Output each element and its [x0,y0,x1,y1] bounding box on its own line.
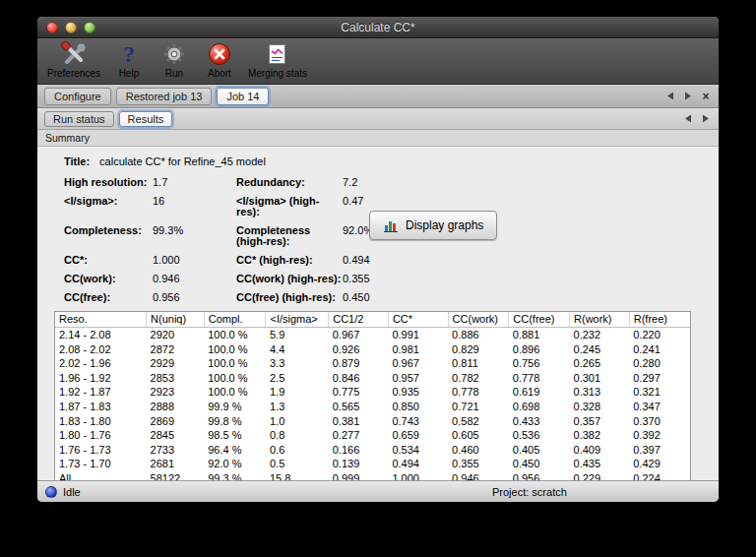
toolbar-item-label: Merging stats [248,68,307,80]
minimize-window-button[interactable] [65,22,77,33]
run-button[interactable]: Run [158,40,191,80]
summary-value: 99.3% [153,225,236,247]
table-cell: 0.8 [266,428,329,443]
table-cell: 0.775 [329,385,389,400]
table-row[interactable]: 2.14 - 2.082920100.0 %5.90.9670.9910.886… [55,328,690,342]
tab-restored-job-13[interactable]: Restored job 13 [116,88,213,105]
tab-configure[interactable]: Configure [44,88,111,105]
table-cell: 100.0 % [204,342,266,357]
help-button[interactable]: ? Help [112,40,146,80]
table-cell: 2845 [147,428,205,443]
tab-results[interactable]: Results [119,111,173,127]
table-cell: 0.433 [509,414,570,429]
table-cell: 0.946 [448,471,509,480]
preferences-button[interactable]: Preferences [47,40,100,80]
tab-job-14[interactable]: Job 14 [217,88,269,105]
status-text: Idle [63,486,81,498]
results-table-body: 2.14 - 2.082920100.0 %5.90.9670.9910.886… [55,328,690,481]
table-cell: 1.96 - 1.92 [55,371,147,386]
display-graphs-button[interactable]: Display graphs [369,211,497,240]
column-header[interactable]: R(work) [570,312,630,328]
toolbar: Preferences ? Help [37,38,719,85]
job-tab-bar: Configure Restored job 13 Job 14 × [37,85,719,108]
help-icon: ? [118,40,140,68]
close-window-button[interactable] [46,22,58,33]
table-cell: 2733 [147,443,205,458]
summary-label: High resolution: [64,177,153,188]
merging-stats-button[interactable]: Merging stats [248,40,307,80]
next-subtab-button[interactable] [700,113,712,125]
table-cell: 1.000 [388,471,448,480]
table-cell: 0.605 [448,428,509,443]
titlebar[interactable]: Calculate CC* [37,17,719,38]
table-row[interactable]: 1.83 - 1.80286999.8 %1.00.3810.7430.5820… [55,414,690,429]
table-cell: 0.241 [629,342,690,357]
column-header[interactable]: CC1/2 [329,312,389,328]
table-row[interactable]: 2.02 - 1.962929100.0 %3.30.8790.9670.811… [55,356,690,371]
column-header[interactable]: <I/sigma> [266,312,329,328]
summary-title-label: Title: [64,155,90,167]
project-label: Project: scratch [492,486,567,498]
status-bar: Idle Project: scratch [37,480,719,502]
next-tab-button[interactable] [682,91,694,102]
table-cell: 0.957 [388,371,448,386]
table-row[interactable]: All5812299.3 %15.80.9991.0000.9460.9560.… [55,471,690,480]
table-row[interactable]: 1.76 - 1.73273396.4 %0.60.1660.5340.4600… [55,443,690,458]
table-row[interactable]: 1.73 - 1.70268192.0 %0.50.1390.4940.3550… [55,457,690,471]
table-cell: 0.381 [329,414,389,429]
table-row[interactable]: 1.87 - 1.83288899.9 %1.30.5650.8500.7210… [55,400,690,414]
table-cell: 0.999 [329,471,389,480]
table-cell: 0.582 [448,414,509,429]
summary-value: 0.946 [153,274,236,284]
prev-tab-button[interactable] [664,91,676,102]
results-panel: Title:calculate CC* for Refine_45 model … [37,147,719,480]
column-header[interactable]: Reso. [55,312,147,328]
column-header[interactable]: CC(work) [448,312,509,328]
column-header[interactable]: CC(free) [509,312,570,328]
column-header[interactable]: CC* [388,312,448,328]
table-cell: 1.0 [266,414,329,429]
table-cell: 0.265 [570,356,630,371]
table-row[interactable]: 1.92 - 1.872923100.0 %1.90.7750.9350.778… [55,385,690,400]
summary-value: 1.000 [153,255,236,266]
table-cell: 0.743 [388,414,448,429]
table-cell: 2.14 - 2.08 [55,328,147,342]
zoom-window-button[interactable] [84,22,95,33]
prev-subtab-button[interactable] [682,113,694,125]
table-cell: 0.382 [570,428,630,443]
status-indicator-icon [45,486,57,498]
table-cell: 0.850 [388,400,448,414]
close-tab-button[interactable]: × [700,91,712,102]
table-cell: 5.9 [266,328,329,342]
abort-button[interactable]: Abort [203,40,236,80]
results-table[interactable]: Reso.N(uniq)Compl.<I/sigma>CC1/2CC*CC(wo… [54,311,691,480]
table-cell: 0.565 [329,400,389,414]
tab-run-status[interactable]: Run status [44,111,114,127]
table-cell: 2872 [147,342,205,357]
table-cell: 0.981 [388,342,448,357]
table-cell: 92.0 % [204,457,266,471]
table-cell: 0.991 [388,328,448,342]
summary-value: 1.7 [153,177,236,188]
column-header[interactable]: N(uniq) [147,312,205,328]
table-cell: 0.698 [509,400,570,414]
table-cell: 0.956 [509,471,570,480]
summary-label: <I/sigma> (high-res): [236,196,343,217]
column-header[interactable]: R(free) [629,312,690,328]
summary-panel: Title:calculate CC* for Refine_45 model … [64,155,705,303]
table-cell: 2869 [147,414,205,429]
run-icon [162,40,186,68]
table-cell: 2.02 - 1.96 [55,356,147,371]
table-row[interactable]: 2.08 - 2.022872100.0 %4.40.9260.9810.829… [55,342,690,357]
table-cell: 0.297 [629,371,690,386]
table-row[interactable]: 1.96 - 1.922853100.0 %2.50.8460.9570.782… [55,371,690,386]
table-cell: 100.0 % [204,328,266,342]
table-cell: 98.5 % [204,428,266,443]
table-cell: 0.460 [448,443,509,458]
table-cell: 2920 [147,328,205,342]
table-cell: 0.220 [629,328,690,342]
table-row[interactable]: 1.80 - 1.76284598.5 %0.80.2770.6590.6050… [55,428,690,443]
tab-controls: × [664,91,712,102]
table-cell: 0.435 [570,457,630,471]
column-header[interactable]: Compl. [204,312,266,328]
